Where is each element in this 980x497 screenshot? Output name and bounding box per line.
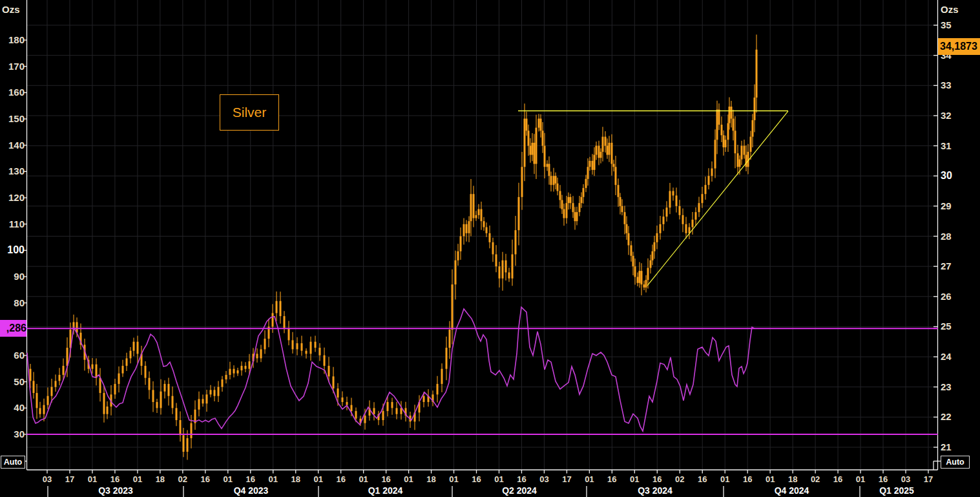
right-axis-tick-label: 23: [941, 381, 952, 393]
ohlc-bar-body: [540, 119, 542, 131]
ohlc-bar-body: [183, 435, 185, 452]
ohlc-bar-body: [542, 131, 544, 145]
ohlc-bar-body: [547, 164, 548, 167]
left-axis-tick-label: 180: [0, 34, 25, 46]
ohlc-bar-body: [301, 343, 303, 351]
ohlc-bar-body: [364, 416, 366, 423]
instrument-label-box[interactable]: Silver: [220, 94, 279, 131]
ohlc-bar-body: [176, 408, 178, 420]
ohlc-bar-body: [756, 50, 758, 98]
right-axis-tick-label: 27: [941, 260, 952, 272]
ohlc-bar-body: [351, 405, 353, 411]
ohlc-bar-body: [452, 284, 454, 330]
ohlc-bar-body: [180, 420, 182, 435]
ohlc-bar-body: [559, 191, 561, 200]
left-axis-tick-label: 40: [0, 402, 25, 414]
ohlc-bar-body: [466, 224, 468, 233]
ohlc-bar-body: [214, 390, 216, 396]
date-tick-label: 18: [781, 474, 804, 484]
ohlc-bar-body: [470, 194, 472, 221]
ohlc-bar-body: [449, 330, 451, 348]
quarter-label: Q1 2024: [368, 485, 403, 496]
ohlc-bar-body: [156, 402, 158, 408]
ohlc-bar-body: [752, 120, 754, 137]
date-tick-label: 01: [713, 474, 736, 484]
ohlc-bar-body: [574, 212, 576, 221]
ohlc-bar-body: [168, 384, 170, 396]
ohlc-bar-body: [272, 313, 274, 326]
ohlc-bar-body: [621, 206, 623, 212]
quarter-label: Q4 2023: [234, 485, 269, 496]
ohlc-bar-body: [634, 266, 636, 277]
ohlc-bar-body: [620, 197, 621, 206]
ohlc-bar-body: [607, 146, 609, 155]
ohlc-bar-body: [718, 110, 720, 125]
date-tick-label: 01: [397, 474, 421, 484]
date-tick-label: 02: [804, 474, 827, 484]
auto-scale-button-right[interactable]: Auto: [941, 456, 970, 469]
ohlc-bar-body: [187, 438, 189, 452]
ohlc-bar-body: [615, 167, 617, 185]
ohlc-bar-body: [609, 143, 610, 155]
ohlc-bar-body: [160, 392, 162, 408]
ohlc-bar-body: [581, 197, 583, 203]
ohlc-bar-body: [557, 184, 559, 191]
ohlc-bar-body: [206, 394, 208, 403]
ohlc-bar-body: [515, 230, 517, 254]
ohlc-bar-body: [191, 423, 193, 438]
right-axis-tick-label: 33: [941, 79, 952, 91]
ohlc-bar-body: [702, 194, 704, 203]
ohlc-bar-body: [63, 366, 65, 375]
ohlc-bar-body: [319, 348, 321, 355]
auto-scale-button-left[interactable]: Auto: [1, 456, 25, 469]
ohlc-bar-body: [600, 152, 602, 158]
date-tick-label: 01: [443, 474, 466, 484]
ohlc-bar-body: [437, 384, 439, 394]
ohlc-bar-body: [264, 339, 266, 349]
right-axis-tick-label: 26: [941, 291, 952, 302]
ohlc-bar-body: [676, 196, 678, 206]
ohlc-bar-body: [107, 407, 109, 414]
ohlc-bar-body: [716, 110, 718, 140]
ohlc-bar-body: [624, 212, 626, 224]
ohlc-bar-body: [446, 348, 448, 369]
ohlc-bar-body: [202, 399, 204, 403]
ohlc-bar-body: [739, 160, 741, 167]
ohlc-bar-body: [233, 369, 235, 374]
terminal-chart-window: Ozs Ozs 18017016015014013012011010090807…: [0, 0, 980, 497]
ohlc-bar-body: [130, 351, 132, 359]
ohlc-bar-body: [647, 268, 649, 280]
ohlc-bar-body: [342, 397, 344, 402]
ohlc-bar-body: [333, 376, 335, 388]
ohlc-bar-body: [492, 242, 494, 255]
ohlc-bar-body: [346, 402, 348, 405]
date-tick-label: 16: [239, 474, 262, 484]
left-axis-title: Ozs: [2, 4, 20, 15]
ohlc-bar-body: [47, 396, 49, 405]
ohlc-bar-body: [561, 200, 563, 209]
ohlc-bar-body: [39, 408, 41, 414]
ohlc-bar-body: [288, 328, 290, 341]
ohlc-bar-body: [663, 217, 665, 224]
quarter-label: Q4 2024: [775, 485, 809, 496]
price-chart-canvas[interactable]: [0, 0, 980, 497]
ohlc-bar-body: [99, 378, 101, 393]
ohlc-bar-body: [650, 260, 652, 268]
ohlc-bar-body: [306, 351, 308, 354]
ohlc-bar-body: [382, 411, 384, 420]
ohlc-bar-body: [583, 188, 585, 197]
ohlc-bar-body: [103, 393, 105, 414]
ohlc-bar-body: [55, 381, 57, 386]
ohlc-bar-body: [276, 301, 278, 313]
date-tick-label: 17: [917, 474, 940, 484]
quarter-label: Q3 2023: [98, 485, 133, 496]
ohlc-bar-body: [737, 153, 739, 167]
ohlc-bar-body: [576, 212, 578, 221]
left-axis-tick-label: 140: [0, 140, 25, 151]
ohlc-bar-body: [387, 402, 389, 411]
ohlc-bar-body: [508, 272, 510, 278]
ohlc-bar-body: [30, 369, 32, 381]
ohlc-bar-body: [152, 390, 154, 402]
companion-line-series[interactable]: [27, 307, 755, 431]
ohlc-bar-body: [555, 176, 557, 184]
